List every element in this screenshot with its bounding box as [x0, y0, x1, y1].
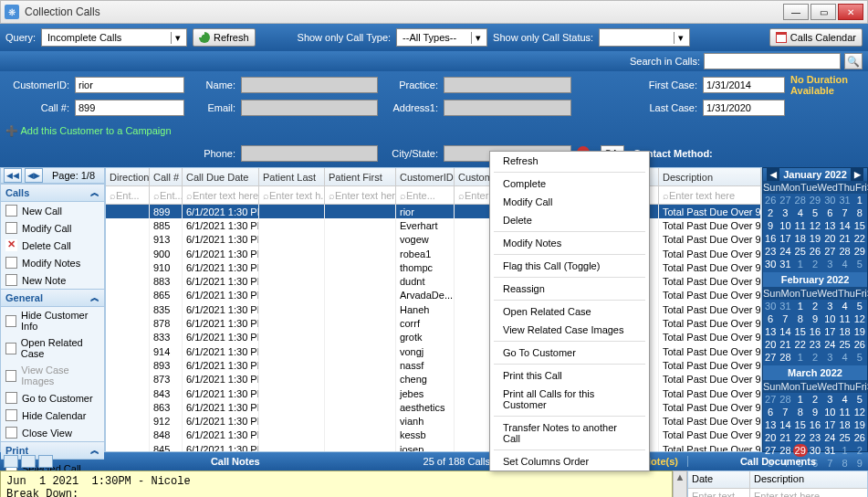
calendar-day[interactable]: 10 — [778, 219, 792, 232]
calendar-day[interactable]: 18 — [793, 232, 808, 245]
calendar-day[interactable]: 6 — [763, 312, 778, 325]
calendar-day[interactable]: 12 — [808, 219, 822, 232]
docs-filter-date[interactable]: Enter text h... — [688, 489, 750, 497]
calendar-day[interactable]: 13 — [763, 418, 778, 431]
calendar-day[interactable]: 2 — [763, 206, 778, 219]
calendar-day[interactable]: 18 — [837, 418, 852, 431]
menu-view-related-case-images[interactable]: View Related Case Images — [490, 321, 649, 339]
table-row[interactable]: 8996/1/2021 1:30 PMriorTotal Past Due Ov… — [106, 205, 761, 218]
calendar-day[interactable]: 8 — [852, 206, 867, 219]
table-row[interactable]: 8356/1/2021 1:30 PMHanehTotal Past Due O… — [106, 302, 761, 316]
docs-col-desc[interactable]: Description — [750, 471, 867, 488]
calendar-day[interactable]: 26 — [763, 194, 778, 206]
calendar-day[interactable]: 4 — [837, 300, 852, 312]
calendar-day[interactable]: 15 — [852, 219, 867, 232]
calendar-day[interactable]: 7 — [778, 406, 792, 418]
table-row[interactable]: 9126/1/2021 1:30 PMvianhTotal Past Due O… — [106, 414, 761, 428]
calendar-day[interactable]: 6 — [822, 206, 837, 219]
calendar-day[interactable]: 1 — [852, 194, 867, 206]
table-row[interactable]: 8786/1/2021 1:30 PMcorrfTotal Past Due O… — [106, 316, 761, 330]
calendar-day[interactable]: 24 — [778, 245, 792, 258]
table-row[interactable]: 8836/1/2021 1:30 PMdudntTotal Past Due O… — [106, 274, 761, 288]
calendar-day[interactable]: 20 — [763, 338, 778, 351]
menu-go-to-customer[interactable]: Go To Customer — [490, 344, 649, 362]
calendar-day[interactable]: 11 — [837, 406, 852, 418]
calendar-day[interactable]: 5 — [852, 300, 867, 312]
refresh-button[interactable]: Refresh — [193, 28, 256, 47]
sidebar-item-delete-call[interactable]: ✕Delete Call — [1, 237, 104, 254]
calendar-day[interactable]: 7 — [837, 206, 852, 219]
calendar-day[interactable]: 5 — [852, 393, 867, 406]
docs-filter-desc[interactable]: Enter text here — [750, 489, 867, 497]
calendar-day[interactable]: 16 — [808, 418, 822, 431]
table-row[interactable]: 8436/1/2021 1:30 PMjebesTotal Past Due O… — [106, 386, 761, 400]
search-input[interactable] — [704, 53, 841, 69]
calendar-day[interactable]: 4 — [837, 258, 852, 270]
col-customerid[interactable]: CustomerID — [396, 168, 455, 185]
table-row[interactable]: 8336/1/2021 1:30 PMgrotkTotal Past Due O… — [106, 331, 761, 344]
calendar-day[interactable]: 29 — [808, 194, 822, 206]
calendar-prev[interactable]: ◀ — [767, 168, 779, 181]
calendar-day[interactable]: 24 — [822, 338, 837, 351]
sidebar-item-new-call[interactable]: New Call — [1, 202, 104, 219]
calendar-day[interactable]: 10 — [822, 312, 837, 325]
calendar-day[interactable]: 1 — [793, 351, 808, 364]
calendar-day[interactable]: 19 — [808, 232, 822, 245]
calendar-day[interactable]: 12 — [852, 406, 867, 418]
calendar-day[interactable]: 16 — [763, 232, 778, 245]
calendar-day[interactable]: 1 — [837, 444, 852, 457]
calendar-day[interactable]: 1 — [793, 393, 808, 406]
chevron-up-icon[interactable]: ︽ — [90, 444, 99, 457]
calendar-day[interactable]: 16 — [808, 325, 822, 338]
maximize-button[interactable]: ▭ — [810, 4, 836, 20]
calendar-day[interactable]: 26 — [852, 431, 867, 444]
calendar-day[interactable]: 1 — [793, 258, 808, 270]
calendar-day[interactable]: 7 — [778, 312, 792, 325]
callnum-input[interactable] — [75, 100, 184, 116]
calendar-day[interactable]: 9 — [808, 406, 822, 418]
calendar-day[interactable]: 17 — [778, 232, 792, 245]
calendar-day[interactable]: 31 — [837, 194, 852, 206]
table-row[interactable]: 9006/1/2021 1:30 PMrobea1Total Past Due … — [106, 247, 761, 260]
phone-input[interactable] — [241, 145, 378, 162]
col-description[interactable]: Description — [659, 168, 761, 185]
calendar-day[interactable]: 11 — [837, 312, 852, 325]
table-row[interactable]: 8456/1/2021 1:30 PMjosepTotal Past Due O… — [106, 442, 761, 451]
filter-0[interactable]: ⌕ Ent... — [106, 186, 150, 204]
calendar-day[interactable]: 22 — [852, 232, 867, 245]
calendar-day[interactable]: 15 — [793, 418, 808, 431]
calendar-day[interactable]: 5 — [852, 258, 867, 270]
search-button[interactable]: 🔍 — [844, 53, 863, 69]
calendar-day[interactable]: 3 — [822, 300, 837, 312]
filter-2[interactable]: ⌕ Enter text here — [183, 186, 259, 204]
call-status-combo[interactable]: ▾ — [599, 28, 690, 47]
calendar-day[interactable]: 20 — [763, 431, 778, 444]
sidebar-item-view-case-images[interactable]: View Case Images — [1, 362, 104, 389]
menu-set-columns-order[interactable]: Set Columns Order — [490, 452, 649, 471]
calendar-day[interactable]: 3 — [822, 258, 837, 270]
calendar-day[interactable]: 30 — [763, 258, 778, 270]
pager-prev[interactable]: ◀▶ — [25, 168, 43, 183]
calendar-day[interactable]: 22 — [793, 431, 808, 444]
calendar-day[interactable]: 28 — [778, 351, 792, 364]
menu-flag-this-call-toggle-[interactable]: Flag this Call (Toggle) — [490, 257, 649, 275]
chevron-down-icon[interactable]: ▾ — [471, 32, 484, 44]
menu-transfer-notes-to-another-call[interactable]: Transfer Notes to another Call — [490, 418, 649, 448]
calendar-day[interactable]: 27 — [763, 393, 778, 406]
calendar-next[interactable]: ▶ — [851, 168, 863, 181]
filter-1[interactable]: ⌕ Ent... — [150, 186, 183, 204]
calendar-day[interactable]: 27 — [763, 351, 778, 364]
table-row[interactable]: 9146/1/2021 1:30 PMvongjTotal Past Due O… — [106, 344, 761, 358]
menu-open-related-case[interactable]: Open Related Case — [490, 302, 649, 321]
sidebar-item-hide-customer-info[interactable]: Hide Customer Info — [1, 307, 104, 334]
calendar-day[interactable]: 17 — [822, 325, 837, 338]
calendar-day[interactable]: 27 — [778, 194, 792, 206]
calendar-day[interactable]: 13 — [822, 219, 837, 232]
sidebar-item-hide-calendar[interactable]: Hide Calendar — [1, 407, 104, 424]
sidebar-item-go-to-customer[interactable]: Go to Customer — [1, 389, 104, 407]
calendar-day[interactable]: 26 — [852, 338, 867, 351]
calendar-day[interactable]: 31 — [778, 258, 792, 270]
calendar-day[interactable]: 30 — [822, 194, 837, 206]
calendar-day[interactable]: 11 — [793, 219, 808, 232]
filter-4[interactable]: ⌕ Enter text here — [325, 186, 396, 204]
